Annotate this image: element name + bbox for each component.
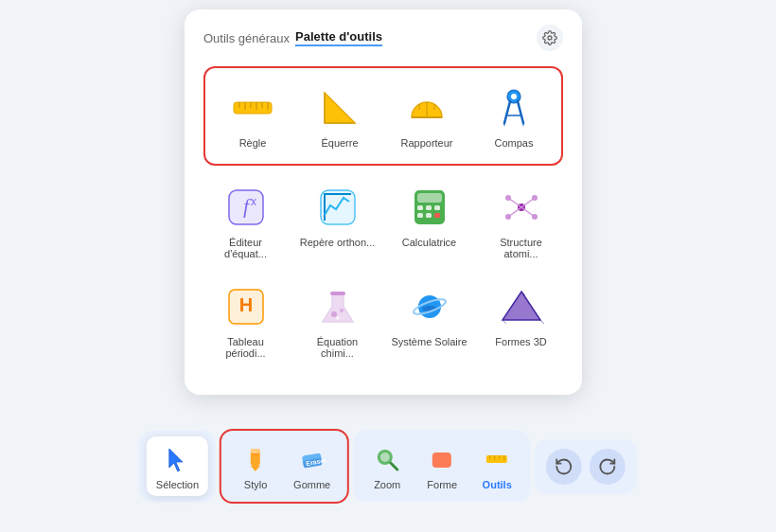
main-container: Outils généraux Palette d'outils (0, 0, 776, 532)
selection-label: Sélection (156, 479, 199, 490)
svg-point-51 (336, 316, 340, 320)
regle-icon (228, 83, 277, 133)
svg-point-0 (548, 36, 552, 40)
structure-atomi-icon (497, 183, 546, 232)
svg-rect-30 (417, 205, 423, 210)
calculatrice-label: Calculatrice (402, 237, 456, 248)
tools-row3: H Tableau périodi... (203, 276, 563, 364)
tool-rapporteur[interactable]: Rapporteur (387, 78, 467, 154)
formes-3d-label: Formes 3D (495, 336, 546, 347)
toolbar-item-stylo[interactable]: Stylo (229, 436, 282, 496)
redo-button[interactable] (590, 449, 626, 485)
svg-rect-35 (434, 213, 440, 218)
stylo-icon (238, 442, 273, 476)
svg-point-69 (380, 452, 390, 462)
bottom-toolbar: Sélection Stylo (139, 429, 637, 504)
forme-icon (425, 442, 459, 476)
gear-icon[interactable] (537, 25, 563, 51)
equation-chimi-label: Équation chimi... (299, 336, 376, 359)
svg-text:H: H (238, 294, 252, 315)
gomme-label: Gomme (293, 479, 330, 490)
svg-point-49 (331, 311, 337, 317)
toolbar-item-forme[interactable]: Forme (415, 436, 468, 496)
formes-3d-icon (497, 282, 546, 331)
svg-line-18 (518, 101, 523, 123)
svg-rect-71 (432, 452, 451, 468)
editeur-equat-icon: f x (221, 183, 271, 232)
svg-marker-62 (251, 466, 260, 471)
toolbar-group-selection: Sélection (139, 431, 216, 502)
tableau-periodi-label: Tableau périodi... (207, 336, 284, 359)
svg-point-50 (340, 309, 344, 312)
tool-equation-chimi[interactable]: Équation chimi... (295, 276, 379, 364)
svg-marker-8 (325, 93, 355, 123)
compas-icon (489, 83, 538, 133)
svg-marker-55 (503, 292, 540, 320)
rapporteur-icon (402, 83, 451, 133)
svg-marker-20 (503, 123, 505, 127)
svg-marker-60 (168, 449, 182, 471)
tableau-periodi-icon: H (221, 282, 271, 331)
svg-line-42 (521, 198, 535, 207)
svg-rect-33 (417, 213, 423, 218)
palette-title-row: Outils généraux Palette d'outils (203, 29, 382, 46)
svg-rect-63 (251, 449, 260, 453)
toolbar-item-zoom[interactable]: Zoom (361, 436, 414, 496)
rapporteur-label: Rapporteur (400, 137, 452, 149)
zoom-label: Zoom (374, 479, 400, 490)
toolbar-item-selection[interactable]: Sélection (147, 436, 208, 496)
repere-orthon-icon (313, 183, 362, 232)
svg-point-16 (511, 94, 517, 99)
tool-equerre[interactable]: Équerre (300, 78, 379, 154)
svg-line-70 (391, 463, 397, 470)
editeur-equat-label: Éditeur d'équat... (207, 237, 284, 259)
svg-rect-29 (417, 193, 442, 203)
structure-atomi-label: Structure atomi... (483, 237, 559, 259)
selection-icon (160, 442, 194, 476)
toolbar-action-group (535, 439, 637, 494)
tools-row2: f x Éditeur d'équat... Repère orthon.. (203, 177, 563, 265)
svg-line-17 (504, 101, 510, 123)
forme-label: Forme (427, 479, 457, 490)
gomme-icon: Eraser (295, 442, 329, 476)
outils-label: Outils (483, 479, 512, 490)
svg-line-58 (540, 320, 544, 324)
tool-systeme-solaire[interactable]: Système Solaire (387, 276, 471, 364)
svg-line-41 (508, 198, 521, 207)
zoom-icon (370, 442, 404, 476)
systeme-solaire-label: Système Solaire (391, 336, 467, 347)
calculatrice-icon (405, 183, 454, 232)
outils-icon (480, 442, 514, 476)
highlighted-tools-row: Règle Équerre (203, 66, 563, 166)
systeme-solaire-icon (405, 282, 454, 331)
svg-marker-21 (522, 123, 524, 127)
repere-orthon-label: Repère orthon... (300, 237, 376, 248)
regle-label: Règle (239, 137, 267, 149)
svg-rect-32 (434, 205, 440, 210)
equerre-label: Équerre (321, 137, 358, 149)
palette-title-general: Outils généraux (203, 31, 290, 45)
svg-line-44 (521, 207, 535, 217)
tool-repere-orthon[interactable]: Repère orthon... (295, 177, 379, 265)
tool-regle[interactable]: Règle (213, 78, 292, 154)
equerre-icon (315, 83, 364, 133)
palette-panel: Outils généraux Palette d'outils (185, 9, 582, 395)
svg-rect-34 (426, 213, 432, 218)
toolbar-group-stylo-gomme: Stylo Eraser Gomme (220, 429, 349, 504)
tool-tableau-periodi[interactable]: H Tableau périodi... (203, 276, 288, 364)
equation-chimi-icon (313, 282, 362, 331)
tool-editeur-equat[interactable]: f x Éditeur d'équat... (203, 177, 288, 265)
tool-structure-atomi[interactable]: Structure atomi... (479, 177, 563, 265)
tool-compas[interactable]: Compas (474, 78, 554, 154)
stylo-label: Stylo (244, 479, 267, 490)
palette-title-bold: Palette d'outils (295, 29, 382, 46)
toolbar-item-outils[interactable]: Outils (470, 436, 523, 496)
tool-formes-3d[interactable]: Formes 3D (479, 276, 563, 364)
svg-rect-31 (426, 205, 432, 210)
svg-text:x: x (251, 195, 256, 208)
svg-rect-64 (253, 453, 258, 455)
svg-rect-48 (330, 292, 345, 295)
tool-calculatrice[interactable]: Calculatrice (387, 177, 471, 265)
toolbar-item-gomme[interactable]: Eraser Gomme (284, 436, 340, 496)
undo-button[interactable] (546, 449, 582, 485)
